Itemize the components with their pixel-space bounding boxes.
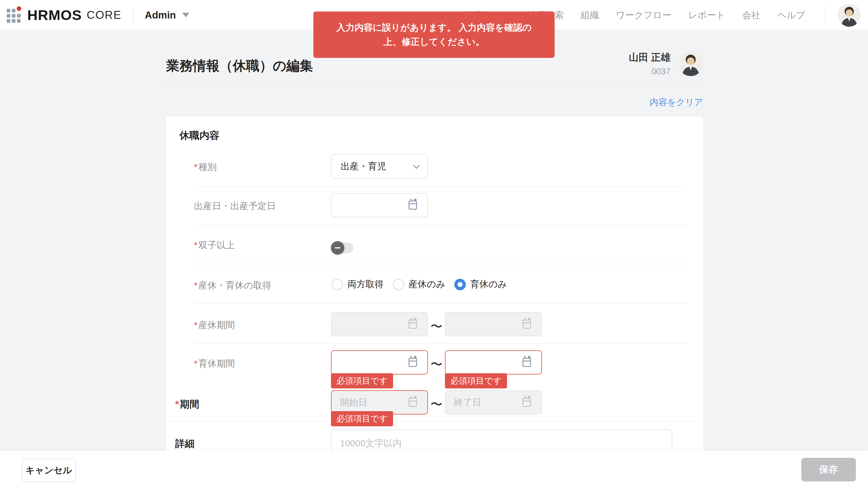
leave-form-card: 休職内容 *種別 出産・育児 出産日・出産予定日 *双子以上 *産休・育休の取得… (166, 117, 703, 451)
employee-avatar (678, 51, 703, 76)
hrmos-dots-icon (7, 7, 22, 23)
chevron-down-icon (182, 13, 189, 17)
employee-name: 山田 正雄 (629, 51, 671, 64)
header-divider (825, 6, 826, 24)
type-select-value: 出産・育児 (341, 160, 386, 173)
row-divider (166, 421, 703, 421)
clear-contents-link[interactable]: 内容をクリア (650, 96, 703, 108)
twins-toggle[interactable] (332, 242, 353, 253)
error-badge: 必須項目です (331, 373, 393, 388)
minus-icon (335, 247, 340, 249)
brand-suffix: CORE (87, 9, 122, 22)
calendar-icon[interactable] (408, 358, 417, 367)
field-label-twins: *双子以上 (194, 239, 235, 252)
range-separator: 〜 (428, 318, 445, 335)
range-separator: 〜 (428, 356, 445, 373)
field-label-detail: 詳細 (175, 437, 194, 451)
acquisition-radio-group: 両方取得 産休のみ 育休のみ (332, 278, 507, 291)
title-divider (166, 87, 703, 87)
radio-childcare-only[interactable]: 育休のみ (454, 278, 507, 291)
page-title: 業務情報（休職）の編集 (166, 57, 313, 75)
calendar-icon[interactable] (408, 201, 417, 210)
nav-item-help[interactable]: ヘルプ (777, 9, 805, 22)
error-badge: 必須項目です (445, 373, 507, 388)
field-label-type: *種別 (194, 161, 217, 173)
admin-menu[interactable]: Admin (145, 9, 189, 21)
header-divider (133, 7, 133, 23)
calendar-icon[interactable] (408, 398, 417, 407)
row-divider (194, 187, 687, 187)
radio-checked-icon (454, 279, 466, 290)
chevron-down-icon (413, 162, 420, 169)
cancel-button[interactable]: キャンセル (22, 458, 76, 482)
section-title: 休職内容 (179, 129, 219, 142)
field-label-acquisition: *産休・育休の取得 (194, 279, 271, 292)
calendar-icon (523, 320, 531, 329)
calendar-icon[interactable] (523, 398, 531, 407)
calendar-icon[interactable] (523, 358, 531, 367)
save-button[interactable]: 保存 (801, 458, 856, 482)
employee-id: 0037 (629, 67, 671, 76)
admin-menu-label: Admin (145, 9, 176, 21)
range-separator: 〜 (428, 396, 445, 413)
error-toast: 入力内容に誤りがあります。 入力内容を確認の上、修正してください。 (313, 11, 555, 58)
user-avatar[interactable] (838, 4, 861, 27)
detail-textarea[interactable] (331, 429, 672, 451)
field-label-period: *期間 (175, 398, 199, 411)
radio-icon (393, 279, 404, 290)
row-divider (194, 343, 687, 344)
type-select[interactable]: 出産・育児 (331, 154, 428, 179)
field-label-childcare-period: *育休期間 (194, 358, 235, 370)
calendar-icon (408, 320, 417, 329)
nav-item-company[interactable]: 会社 (742, 9, 761, 22)
employee-summary: 山田 正雄 0037 (629, 51, 703, 76)
hrmos-logo[interactable]: HRMOS CORE (7, 7, 122, 23)
row-divider (194, 224, 687, 225)
error-badge: 必須項目です (331, 411, 393, 426)
nav-item-report[interactable]: レポート (688, 9, 725, 22)
radio-maternity-only[interactable]: 産休のみ (393, 278, 445, 291)
field-label-birth-date: 出産日・出産予定日 (194, 200, 276, 213)
nav-item-organization[interactable]: 組織 (581, 9, 599, 22)
radio-icon (332, 279, 343, 290)
field-label-maternity-period: *産休期間 (194, 319, 235, 331)
required-mark: * (194, 162, 197, 172)
footer-bar: キャンセル 保存 (0, 451, 868, 486)
toggle-knob (331, 241, 344, 255)
brand-name: HRMOS (27, 7, 82, 23)
radio-both[interactable]: 両方取得 (332, 278, 384, 291)
nav-item-workflow[interactable]: ワークフロー (616, 9, 671, 22)
